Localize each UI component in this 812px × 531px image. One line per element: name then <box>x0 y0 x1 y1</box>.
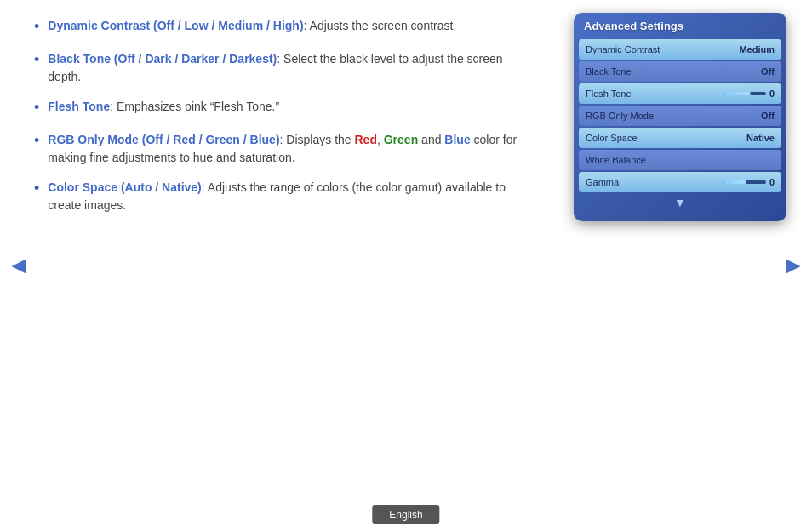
feature-list: • Dynamic Contrast (Off / Low / Medium /… <box>34 17 536 214</box>
item-link: RGB Only Mode (Off / Red / Green / Blue) <box>48 133 279 146</box>
row-value: Medium <box>739 44 775 54</box>
row-label: Dynamic Contrast <box>586 44 660 54</box>
list-item: • Flesh Tone: Emphasizes pink “Flesh Ton… <box>34 98 536 119</box>
bullet-icon: • <box>34 177 39 200</box>
red-text: Red <box>355 133 377 146</box>
main-content: • Dynamic Contrast (Off / Low / Medium /… <box>34 17 536 226</box>
nav-arrow-left[interactable]: ◄ <box>7 252 31 279</box>
advanced-settings-panel: Advanced Settings Dynamic Contrast Mediu… <box>574 13 786 221</box>
list-item: • RGB Only Mode (Off / Red / Green / Blu… <box>34 131 536 167</box>
row-label: Gamma <box>586 177 619 187</box>
panel-row-black-tone[interactable]: Black Tone Off <box>579 61 781 82</box>
bullet-icon: • <box>34 96 39 119</box>
panel-row-gamma[interactable]: Gamma 0 <box>579 172 781 192</box>
bullet-icon: • <box>34 129 39 152</box>
item-link: Black Tone (Off / Dark / Darker / Darkes… <box>48 52 277 66</box>
row-label: White Balance <box>586 155 646 165</box>
slider-container: 0 <box>723 177 775 187</box>
bullet-icon: • <box>34 49 39 71</box>
green-text: Green <box>384 133 418 146</box>
item-text: Black Tone (Off / Dark / Darker / Darkes… <box>48 50 536 86</box>
panel-row-dynamic-contrast[interactable]: Dynamic Contrast Medium <box>579 39 781 60</box>
language-bar: English <box>372 505 439 524</box>
item-link: Dynamic Contrast (Off / Low / Medium / H… <box>48 19 303 32</box>
panel-row-color-space[interactable]: Color Space Native <box>579 128 781 148</box>
list-item: • Dynamic Contrast (Off / Low / Medium /… <box>34 17 536 38</box>
panel-title: Advanced Settings <box>574 13 786 37</box>
row-value: 0 <box>769 177 775 187</box>
row-value: Off <box>761 111 775 121</box>
list-item: • Black Tone (Off / Dark / Darker / Dark… <box>34 50 536 86</box>
slider-track <box>723 92 766 95</box>
chevron-down-icon: ▼ <box>674 196 686 209</box>
bullet-icon: • <box>34 15 39 38</box>
panel-dropdown[interactable]: ▼ <box>574 196 786 209</box>
slider-fill <box>723 180 747 184</box>
language-button[interactable]: English <box>372 505 439 524</box>
panel-row-white-balance[interactable]: White Balance <box>579 150 781 170</box>
row-label: Color Space <box>586 133 638 143</box>
item-text: Flesh Tone: Emphasizes pink “Flesh Tone.… <box>48 98 279 116</box>
slider-container: 0 <box>723 88 775 99</box>
list-item: • Color Space (Auto / Native): Adjusts t… <box>34 179 536 214</box>
item-text: Dynamic Contrast (Off / Low / Medium / H… <box>48 17 456 35</box>
slider-fill <box>723 92 752 95</box>
row-value: Off <box>761 66 775 77</box>
item-link: Color Space (Auto / Native) <box>48 180 201 194</box>
blue-text: Blue <box>444 133 470 146</box>
row-value: 0 <box>769 88 775 99</box>
item-link: Flesh Tone <box>48 100 110 113</box>
panel-row-rgb-only[interactable]: RGB Only Mode Off <box>579 106 781 126</box>
row-label: RGB Only Mode <box>586 111 654 121</box>
row-label: Black Tone <box>586 66 632 77</box>
nav-arrow-right[interactable]: ► <box>781 252 805 279</box>
row-value: Native <box>746 133 775 143</box>
item-text: Color Space (Auto / Native): Adjusts the… <box>48 179 536 214</box>
row-label: Flesh Tone <box>586 88 632 99</box>
panel-row-flesh-tone[interactable]: Flesh Tone 0 <box>579 83 781 104</box>
item-text: RGB Only Mode (Off / Red / Green / Blue)… <box>48 131 536 167</box>
slider-track <box>723 180 766 184</box>
